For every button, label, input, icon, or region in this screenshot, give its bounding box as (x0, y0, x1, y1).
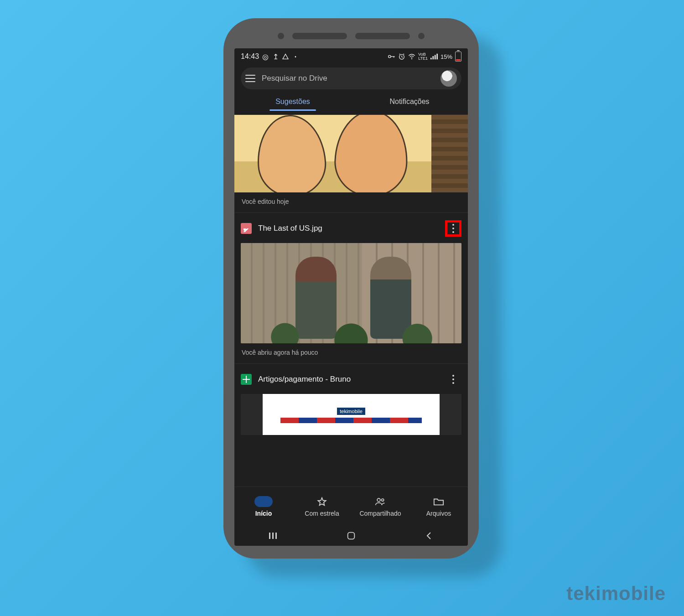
card-thumbnail[interactable]: tekimobile (241, 394, 461, 435)
hamburger-menu-icon[interactable] (245, 75, 255, 82)
svg-point-4 (411, 58, 412, 59)
screen: 14:43 ◎ ↥ • VoBLTE1 (234, 48, 468, 546)
star-icon (316, 496, 328, 507)
svg-point-5 (377, 498, 380, 502)
card-thumbnail[interactable] (241, 243, 461, 343)
nav-files[interactable]: Arquivos (409, 487, 468, 526)
bottom-nav: Início Com estrela Compartilhado Arquivo… (234, 487, 468, 526)
card-caption: Você editou hoje (234, 192, 468, 206)
cloud-icon (282, 53, 289, 60)
svg-rect-1 (391, 56, 395, 57)
tab-notifications[interactable]: Notificações (351, 98, 468, 110)
doc-logo: tekimobile (337, 408, 365, 415)
nav-label: Com estrela (305, 510, 339, 517)
svg-rect-8 (272, 533, 274, 539)
status-dot-icon: • (292, 53, 299, 60)
doc-stripe (280, 418, 422, 423)
content-tabs: Sugestões Notificações (234, 93, 468, 115)
status-bar: 14:43 ◎ ↥ • VoBLTE1 (234, 48, 468, 65)
svg-point-0 (389, 55, 391, 57)
phone-frame: 14:43 ◎ ↥ • VoBLTE1 (223, 18, 479, 559)
nav-label: Compartilhado (359, 510, 401, 517)
more-vertical-icon (452, 375, 454, 384)
feed-card: Artigos/pagamento - Bruno tekimobile (234, 364, 468, 441)
nav-starred[interactable]: Com estrela (293, 487, 351, 526)
avatar[interactable] (440, 70, 457, 87)
feed[interactable]: Você editou hoje The Last of US.jpg (234, 115, 468, 487)
card-thumbnail[interactable] (234, 115, 468, 192)
svg-rect-10 (348, 533, 355, 539)
feed-card: Você editou hoje (234, 115, 468, 213)
folder-icon (433, 496, 445, 507)
volte-icon: VoBLTE1 (418, 52, 428, 61)
home-button[interactable] (337, 531, 365, 541)
nav-label: Início (255, 510, 272, 517)
more-options-button[interactable] (445, 220, 461, 237)
nav-home[interactable]: Início (234, 487, 293, 526)
svg-point-6 (382, 499, 384, 501)
back-button[interactable] (415, 532, 443, 540)
svg-rect-7 (269, 533, 270, 539)
recents-button[interactable] (259, 532, 287, 540)
feed-card: The Last of US.jpg Você abriu agora há p… (234, 213, 468, 364)
svg-rect-2 (394, 56, 394, 57)
search-placeholder[interactable]: Pesquisar no Drive (262, 74, 434, 83)
file-title[interactable]: The Last of US.jpg (258, 224, 439, 233)
phone-hardware-sensors (223, 31, 479, 41)
nav-shared[interactable]: Compartilhado (351, 487, 409, 526)
file-title[interactable]: Artigos/pagamento - Bruno (258, 375, 439, 384)
image-file-icon (241, 223, 252, 234)
watermark: tekimobile (566, 583, 666, 605)
signal-icon (430, 53, 438, 60)
nav-label: Arquivos (426, 510, 451, 517)
card-caption: Você abriu agora há pouco (234, 343, 468, 357)
screenshot-icon: ◎ (262, 53, 269, 60)
alarm-icon (398, 53, 405, 60)
status-time: 14:43 (241, 52, 259, 61)
spreadsheet-file-icon (241, 374, 252, 385)
more-options-button[interactable] (445, 371, 461, 388)
people-icon (374, 496, 386, 507)
more-vertical-icon (452, 224, 454, 233)
vpn-key-icon (388, 53, 395, 60)
wifi-icon (408, 53, 415, 60)
tab-suggestions[interactable]: Sugestões (234, 98, 351, 110)
battery-percent: 15% (440, 53, 452, 60)
battery-icon (455, 52, 461, 62)
home-icon (254, 496, 273, 507)
svg-rect-9 (275, 533, 277, 539)
search-bar[interactable]: Pesquisar no Drive (241, 67, 461, 89)
android-system-nav (234, 526, 468, 546)
upload-icon: ↥ (272, 53, 279, 60)
